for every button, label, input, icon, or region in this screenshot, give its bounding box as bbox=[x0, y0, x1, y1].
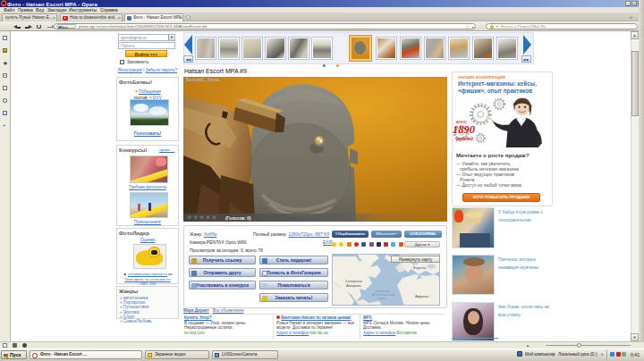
svg-text:океан: океан bbox=[377, 297, 386, 300]
svg-text:Африка: Африка bbox=[415, 294, 429, 298]
svg-text:Америка: Америка bbox=[346, 283, 362, 288]
svg-text:Европа: Европа bbox=[413, 265, 427, 270]
